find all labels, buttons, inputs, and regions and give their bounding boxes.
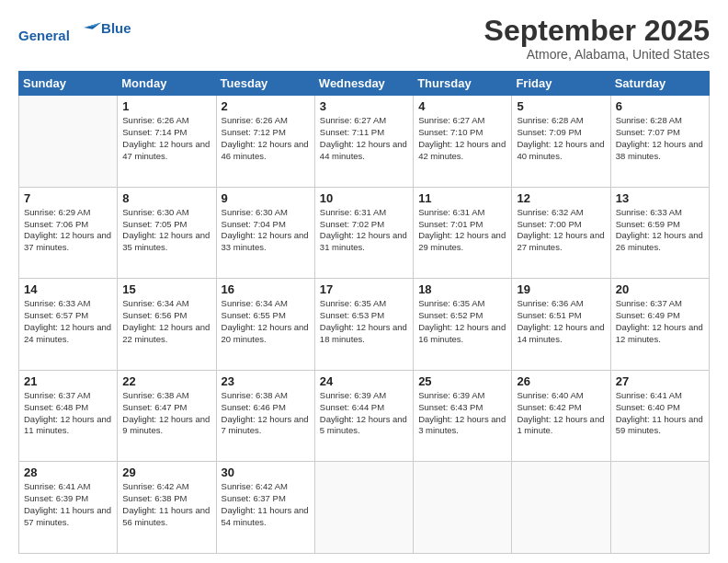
calendar-cell: 29Sunrise: 6:42 AMSunset: 6:38 PMDayligh… [118, 462, 216, 554]
calendar-cell: 14Sunrise: 6:33 AMSunset: 6:57 PMDayligh… [19, 279, 118, 371]
calendar-cell [314, 462, 413, 554]
cell-details: Sunrise: 6:28 AMSunset: 7:07 PMDaylight:… [616, 115, 704, 162]
calendar-cell: 4Sunrise: 6:27 AMSunset: 7:10 PMDaylight… [414, 96, 512, 188]
calendar-cell: 22Sunrise: 6:38 AMSunset: 6:47 PMDayligh… [118, 370, 216, 462]
day-number: 2 [222, 99, 310, 113]
day-number: 6 [616, 99, 704, 113]
day-number: 20 [616, 282, 704, 296]
calendar-cell: 13Sunrise: 6:33 AMSunset: 6:59 PMDayligh… [610, 187, 709, 279]
day-number: 10 [320, 191, 408, 205]
cell-details: Sunrise: 6:38 AMSunset: 6:47 PMDaylight:… [122, 390, 210, 437]
calendar-cell: 16Sunrise: 6:34 AMSunset: 6:55 PMDayligh… [216, 279, 314, 371]
calendar-cell: 6Sunrise: 6:28 AMSunset: 7:07 PMDaylight… [610, 96, 709, 188]
cell-details: Sunrise: 6:31 AMSunset: 7:01 PMDaylight:… [418, 207, 506, 254]
day-number: 23 [222, 374, 310, 388]
calendar-cell: 27Sunrise: 6:41 AMSunset: 6:40 PMDayligh… [610, 370, 709, 462]
calendar-cell: 21Sunrise: 6:37 AMSunset: 6:48 PMDayligh… [19, 370, 118, 462]
cell-details: Sunrise: 6:26 AMSunset: 7:12 PMDaylight:… [222, 115, 310, 162]
calendar-cell: 1Sunrise: 6:26 AMSunset: 7:14 PMDaylight… [118, 96, 216, 188]
day-number: 4 [418, 99, 506, 113]
cell-details: Sunrise: 6:37 AMSunset: 6:48 PMDaylight:… [24, 390, 112, 437]
calendar-cell: 8Sunrise: 6:30 AMSunset: 7:05 PMDaylight… [118, 187, 216, 279]
logo-bird-icon [75, 15, 101, 40]
day-number: 9 [222, 191, 310, 205]
cell-details: Sunrise: 6:39 AMSunset: 6:43 PMDaylight:… [418, 390, 506, 437]
calendar-cell: 18Sunrise: 6:35 AMSunset: 6:52 PMDayligh… [414, 279, 512, 371]
cell-details: Sunrise: 6:38 AMSunset: 6:46 PMDaylight:… [222, 390, 310, 437]
calendar-cell: 3Sunrise: 6:27 AMSunset: 7:11 PMDaylight… [314, 96, 413, 188]
day-number: 28 [24, 465, 112, 479]
cell-details: Sunrise: 6:31 AMSunset: 7:02 PMDaylight:… [320, 207, 408, 254]
location: Atmore, Alabama, United States [484, 47, 710, 62]
day-number: 21 [24, 374, 112, 388]
day-number: 3 [320, 99, 408, 113]
calendar-header: SundayMondayTuesdayWednesdayThursdayFrid… [19, 72, 710, 96]
day-header-sunday: Sunday [19, 72, 118, 96]
calendar-cell: 28Sunrise: 6:41 AMSunset: 6:39 PMDayligh… [19, 462, 118, 554]
cell-details: Sunrise: 6:35 AMSunset: 6:52 PMDaylight:… [418, 298, 506, 345]
cell-details: Sunrise: 6:33 AMSunset: 6:57 PMDaylight:… [24, 298, 112, 345]
cell-details: Sunrise: 6:35 AMSunset: 6:53 PMDaylight:… [320, 298, 408, 345]
calendar-cell: 24Sunrise: 6:39 AMSunset: 6:44 PMDayligh… [314, 370, 413, 462]
day-number: 12 [517, 191, 605, 205]
cell-details: Sunrise: 6:30 AMSunset: 7:04 PMDaylight:… [222, 207, 310, 254]
calendar-table: SundayMondayTuesdayWednesdayThursdayFrid… [18, 71, 710, 554]
cell-details: Sunrise: 6:29 AMSunset: 7:06 PMDaylight:… [24, 207, 112, 254]
calendar-cell: 15Sunrise: 6:34 AMSunset: 6:56 PMDayligh… [118, 279, 216, 371]
cell-details: Sunrise: 6:26 AMSunset: 7:14 PMDaylight:… [122, 115, 210, 162]
day-number: 29 [122, 465, 210, 479]
cell-details: Sunrise: 6:33 AMSunset: 6:59 PMDaylight:… [616, 207, 704, 254]
week-row-4: 21Sunrise: 6:37 AMSunset: 6:48 PMDayligh… [19, 370, 710, 462]
logo: General Blue [18, 15, 131, 44]
calendar-cell: 25Sunrise: 6:39 AMSunset: 6:43 PMDayligh… [414, 370, 512, 462]
calendar-cell: 2Sunrise: 6:26 AMSunset: 7:12 PMDaylight… [216, 96, 314, 188]
calendar-cell: 19Sunrise: 6:36 AMSunset: 6:51 PMDayligh… [512, 279, 610, 371]
cell-details: Sunrise: 6:27 AMSunset: 7:10 PMDaylight:… [418, 115, 506, 162]
cell-details: Sunrise: 6:27 AMSunset: 7:11 PMDaylight:… [320, 115, 408, 162]
day-number: 18 [418, 282, 506, 296]
day-number: 1 [122, 99, 210, 113]
week-row-5: 28Sunrise: 6:41 AMSunset: 6:39 PMDayligh… [19, 462, 710, 554]
week-row-3: 14Sunrise: 6:33 AMSunset: 6:57 PMDayligh… [19, 279, 710, 371]
week-row-2: 7Sunrise: 6:29 AMSunset: 7:06 PMDaylight… [19, 187, 710, 279]
day-header-thursday: Thursday [414, 72, 512, 96]
day-number: 17 [320, 282, 408, 296]
day-header-friday: Friday [512, 72, 610, 96]
day-header-row: SundayMondayTuesdayWednesdayThursdayFrid… [19, 72, 710, 96]
day-number: 8 [122, 191, 210, 205]
day-number: 24 [320, 374, 408, 388]
page: General Blue September 2025 Atmore, Alab… [0, 0, 728, 563]
logo-line2: Blue [101, 20, 131, 37]
calendar-cell [512, 462, 610, 554]
day-number: 13 [616, 191, 704, 205]
day-number: 30 [222, 465, 310, 479]
cell-details: Sunrise: 6:37 AMSunset: 6:49 PMDaylight:… [616, 298, 704, 345]
day-number: 22 [122, 374, 210, 388]
cell-details: Sunrise: 6:40 AMSunset: 6:42 PMDaylight:… [517, 390, 605, 437]
header: General Blue September 2025 Atmore, Alab… [18, 15, 710, 62]
cell-details: Sunrise: 6:41 AMSunset: 6:40 PMDaylight:… [616, 390, 704, 437]
day-number: 5 [517, 99, 605, 113]
day-number: 25 [418, 374, 506, 388]
calendar-cell: 10Sunrise: 6:31 AMSunset: 7:02 PMDayligh… [314, 187, 413, 279]
day-header-tuesday: Tuesday [216, 72, 314, 96]
day-header-wednesday: Wednesday [314, 72, 413, 96]
calendar-cell [414, 462, 512, 554]
calendar-body: 1Sunrise: 6:26 AMSunset: 7:14 PMDaylight… [19, 96, 710, 554]
cell-details: Sunrise: 6:42 AMSunset: 6:37 PMDaylight:… [222, 481, 310, 528]
cell-details: Sunrise: 6:39 AMSunset: 6:44 PMDaylight:… [320, 390, 408, 437]
day-number: 16 [222, 282, 310, 296]
day-header-saturday: Saturday [610, 72, 709, 96]
calendar-cell: 5Sunrise: 6:28 AMSunset: 7:09 PMDaylight… [512, 96, 610, 188]
cell-details: Sunrise: 6:30 AMSunset: 7:05 PMDaylight:… [122, 207, 210, 254]
cell-details: Sunrise: 6:32 AMSunset: 7:00 PMDaylight:… [517, 207, 605, 254]
day-number: 26 [517, 374, 605, 388]
day-number: 11 [418, 191, 506, 205]
cell-details: Sunrise: 6:36 AMSunset: 6:51 PMDaylight:… [517, 298, 605, 345]
calendar-cell: 26Sunrise: 6:40 AMSunset: 6:42 PMDayligh… [512, 370, 610, 462]
cell-details: Sunrise: 6:42 AMSunset: 6:38 PMDaylight:… [122, 481, 210, 528]
day-number: 14 [24, 282, 112, 296]
day-number: 7 [24, 191, 112, 205]
month-title: September 2025 [484, 15, 710, 47]
calendar-cell: 7Sunrise: 6:29 AMSunset: 7:06 PMDaylight… [19, 187, 118, 279]
